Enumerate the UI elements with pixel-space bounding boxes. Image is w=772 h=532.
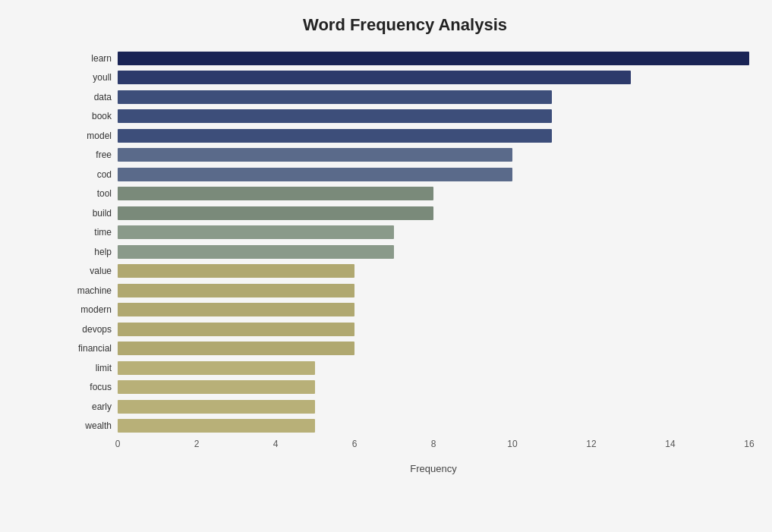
chart-container: Word Frequency Analysis learnyoulldatabo… [0, 0, 772, 532]
bar-track [118, 400, 749, 414]
bar-fill [118, 206, 433, 220]
bar-row: tool [61, 184, 749, 204]
bar-fill [118, 400, 315, 414]
chart-area: learnyoulldatabookmodelfreecodtoolbuildt… [61, 49, 749, 474]
bar-label: focus [61, 382, 118, 392]
bar-label: free [61, 150, 118, 160]
bars-section: learnyoulldatabookmodelfreecodtoolbuildt… [61, 49, 749, 436]
bar-track [118, 419, 749, 433]
bar-row: data [61, 87, 749, 107]
bar-label: limit [61, 363, 118, 373]
bar-label: model [61, 131, 118, 141]
bar-row: focus [61, 378, 749, 398]
bar-label: early [61, 401, 118, 412]
bar-label: build [61, 208, 118, 219]
bar-fill [118, 225, 394, 239]
bar-row: financial [61, 339, 749, 359]
x-axis-tick: 12 [586, 439, 596, 449]
bar-label: value [61, 266, 118, 276]
bar-row: help [61, 242, 749, 262]
bar-fill [118, 71, 631, 84]
x-axis-tick: 2 [194, 439, 200, 449]
bar-label: cod [61, 169, 118, 180]
x-axis: 0246810121416 [61, 439, 749, 461]
bar-track [118, 245, 749, 259]
bar-label: wealth [61, 420, 118, 431]
bar-row: build [61, 203, 749, 223]
bar-fill [118, 129, 552, 143]
bar-row: machine [61, 281, 749, 301]
bar-label: book [61, 111, 118, 121]
bar-track [118, 90, 749, 104]
bar-fill [118, 109, 552, 123]
bar-fill [118, 419, 315, 433]
x-axis-tick: 6 [352, 439, 358, 449]
bar-track [118, 206, 749, 220]
x-axis-ticks: 0246810121416 [118, 439, 749, 461]
bar-fill [118, 264, 354, 278]
bar-track [118, 323, 749, 336]
bar-row: learn [61, 49, 749, 68]
bar-track [118, 148, 749, 162]
bar-label: machine [61, 285, 118, 296]
bar-fill [118, 245, 394, 259]
bar-label: learn [61, 53, 118, 64]
bar-row: youll [61, 68, 749, 88]
x-axis-tick: 0 [115, 439, 121, 449]
bar-label: youll [61, 72, 118, 83]
bar-fill [118, 284, 354, 297]
bar-row: cod [61, 165, 749, 184]
bar-track [118, 109, 749, 123]
bar-track [118, 52, 749, 65]
bar-fill [118, 342, 354, 355]
bar-track [118, 71, 749, 84]
bar-track [118, 342, 749, 355]
chart-title: Word Frequency Analysis [61, 15, 749, 35]
x-axis-tick: 16 [744, 439, 754, 449]
bar-fill [118, 380, 315, 394]
bar-track [118, 284, 749, 297]
bar-row: model [61, 126, 749, 146]
bar-fill [118, 361, 315, 375]
x-axis-tick: 4 [273, 439, 279, 449]
bar-fill [118, 323, 354, 336]
bar-row: time [61, 223, 749, 243]
bar-track [118, 187, 749, 200]
bar-label: tool [61, 188, 118, 199]
bar-row: limit [61, 358, 749, 378]
bar-track [118, 380, 749, 394]
bar-row: wealth [61, 417, 749, 436]
bar-fill [118, 52, 749, 65]
bar-label: help [61, 247, 118, 257]
bar-fill [118, 187, 433, 200]
bar-row: devops [61, 320, 749, 339]
bar-label: financial [61, 343, 118, 354]
x-axis-tick: 14 [665, 439, 675, 449]
bar-label: modern [61, 304, 118, 315]
bar-row: book [61, 107, 749, 127]
bar-row: modern [61, 301, 749, 320]
bar-fill [118, 303, 354, 316]
bar-track [118, 168, 749, 181]
bar-track [118, 225, 749, 239]
bar-fill [118, 168, 512, 181]
bar-track [118, 303, 749, 316]
bar-label: devops [61, 324, 118, 335]
bar-row: value [61, 262, 749, 282]
bar-track [118, 361, 749, 375]
x-axis-tick: 10 [507, 439, 517, 449]
bar-row: early [61, 397, 749, 417]
bar-label: data [61, 92, 118, 102]
bar-fill [118, 90, 552, 104]
x-axis-label: Frequency [61, 463, 749, 474]
bar-track [118, 129, 749, 143]
bar-row: free [61, 146, 749, 165]
bar-label: time [61, 227, 118, 238]
bar-track [118, 264, 749, 278]
x-axis-tick: 8 [431, 439, 436, 449]
bar-fill [118, 148, 512, 162]
